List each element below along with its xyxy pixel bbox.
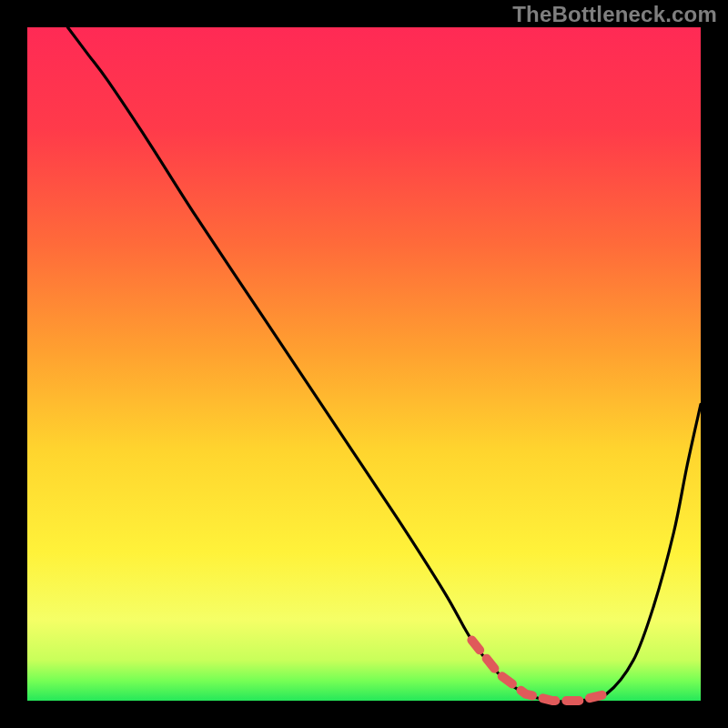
plot-area [27,27,701,701]
chart-frame: { "watermark": "TheBottleneck.com", "col… [0,0,728,728]
watermark-text: TheBottleneck.com [512,2,717,27]
chart-svg [0,0,728,728]
